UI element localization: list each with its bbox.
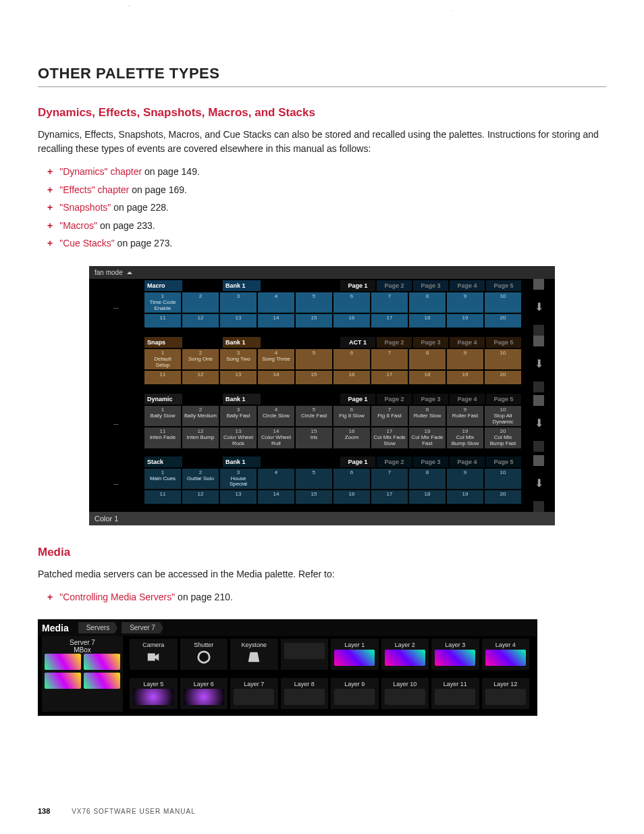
media-slot[interactable]: Layer 4	[482, 639, 530, 670]
palette-cell[interactable]: 19	[447, 314, 483, 328]
page-tab[interactable]: Page 1	[340, 280, 375, 291]
palette-cell[interactable]: 3Song Two	[220, 349, 257, 369]
media-slot[interactable]: Layer 12	[482, 678, 530, 709]
reference-link[interactable]: "Cue Stacks"	[59, 238, 115, 249]
palette-cell[interactable]: 7	[371, 349, 408, 369]
page-tab[interactable]: Page 5	[486, 337, 521, 348]
media-slot[interactable]: Layer 5	[130, 678, 178, 709]
palette-cell[interactable]: 8	[409, 349, 446, 369]
stop-icon[interactable]	[533, 382, 544, 392]
palette-cell[interactable]: 4Song Three	[258, 349, 294, 369]
bank-button[interactable]: Bank 1	[223, 394, 261, 405]
palette-cell[interactable]: 11	[144, 314, 181, 328]
down-arrow-icon[interactable]: ⬇	[535, 418, 543, 429]
page-tab[interactable]: Page 5	[486, 280, 521, 291]
bank-button[interactable]: Bank 1	[223, 337, 261, 348]
palette-title[interactable]: Macro	[144, 280, 182, 291]
page-tab[interactable]: Page 3	[413, 337, 448, 348]
palette-cell[interactable]: 18Col Mix Fade Fast	[409, 427, 446, 448]
palette-cell[interactable]: 15	[296, 371, 332, 384]
palette-cell[interactable]: 8Roller Slow	[409, 406, 446, 426]
page-tab[interactable]: Page 4	[450, 280, 485, 291]
media-slot[interactable]: Layer 8	[281, 678, 329, 709]
palette-cell[interactable]: 5	[296, 349, 332, 369]
page-tab[interactable]: Page 4	[450, 337, 485, 348]
palette-cell[interactable]: 1Main Cues	[144, 469, 181, 489]
palette-cell[interactable]: 11	[144, 371, 181, 384]
palette-cell[interactable]: 3House Special	[220, 469, 257, 489]
palette-cell[interactable]: 6	[333, 469, 370, 489]
palette-cell[interactable]: 2Song One	[182, 349, 219, 369]
palette-cell[interactable]: 14	[258, 314, 294, 328]
palette-cell[interactable]: 17Col Mix Fade Slow	[371, 427, 408, 448]
media-slot[interactable]: Layer 2	[381, 639, 429, 670]
palette-cell[interactable]: 10	[485, 349, 521, 369]
palette-cell[interactable]: 20	[485, 490, 521, 504]
palette-cell[interactable]: 4	[258, 469, 294, 489]
palette-cell[interactable]: 17	[371, 314, 408, 328]
stop-icon[interactable]	[533, 279, 544, 290]
palette-cell[interactable]: 10Stop All Dynamic	[485, 406, 521, 426]
palette-cell[interactable]: 16	[333, 490, 370, 504]
media-slot[interactable]: Shutter	[180, 639, 228, 670]
palette-cell[interactable]: 17	[371, 371, 408, 384]
media-slot[interactable]: Layer 6	[180, 678, 228, 709]
media-slot[interactable]	[281, 639, 329, 670]
palette-cell[interactable]: 6	[333, 292, 370, 313]
stop-icon[interactable]	[533, 395, 544, 406]
stop-icon[interactable]	[533, 336, 544, 346]
palette-cell[interactable]: 7	[371, 292, 408, 313]
page-tab[interactable]: Page 1	[340, 394, 375, 405]
palette-cell[interactable]: 18	[409, 314, 446, 328]
palette-cell[interactable]: 19	[447, 371, 483, 384]
page-tab[interactable]: Page 2	[377, 394, 412, 405]
palette-cell[interactable]: 3	[220, 292, 257, 313]
page-tab[interactable]: Page 1	[340, 457, 375, 467]
palette-cell[interactable]: 14Color Wheel Roll	[258, 427, 294, 448]
page-tab[interactable]: ACT 1	[340, 337, 375, 348]
bank-button[interactable]: Bank 1	[223, 280, 261, 291]
down-arrow-icon[interactable]: ⬇	[535, 302, 543, 313]
palette-cell[interactable]: 11Inten Fade	[144, 427, 181, 448]
palette-cell[interactable]: 5	[296, 292, 332, 313]
server-card[interactable]: Server 7 MBox	[42, 636, 123, 712]
palette-title[interactable]: Stack	[144, 457, 182, 467]
palette-cell[interactable]: 2Guitar Solo	[182, 469, 219, 489]
palette-cell[interactable]: 1Time Code Enable	[144, 292, 181, 313]
palette-cell[interactable]: 4Circle Slow	[258, 406, 294, 426]
media-slot[interactable]: Layer 7	[230, 678, 278, 709]
media-slot[interactable]: Keystone	[230, 639, 278, 670]
palette-title[interactable]: Snaps	[144, 337, 182, 348]
media-slot[interactable]: Camera	[130, 639, 178, 670]
reference-link[interactable]: "Macros"	[59, 220, 97, 231]
palette-cell[interactable]: 18	[409, 371, 446, 384]
palette-cell[interactable]: 16	[333, 314, 370, 328]
palette-cell[interactable]: 10	[485, 292, 521, 313]
page-tab[interactable]: Page 3	[413, 394, 448, 405]
palette-cell[interactable]: 12	[182, 490, 219, 504]
page-tab[interactable]: Page 3	[413, 457, 448, 467]
stop-icon[interactable]	[533, 455, 544, 466]
palette-cell[interactable]: 9	[447, 292, 483, 313]
palette-cell[interactable]: 15Iris	[296, 427, 332, 448]
palette-cell[interactable]: 13	[220, 314, 257, 328]
page-tab[interactable]: Page 3	[413, 280, 448, 291]
palette-cell[interactable]: 17	[371, 490, 408, 504]
breadcrumb[interactable]: Server 7	[122, 622, 163, 633]
bank-button[interactable]: Bank 1	[223, 457, 261, 467]
reference-link[interactable]: "Dynamics" chapter	[59, 166, 142, 177]
palette-cell[interactable]: 4	[258, 292, 294, 313]
palette-cell[interactable]: 12	[182, 371, 219, 384]
palette-cell[interactable]: 20	[485, 371, 521, 384]
stop-icon[interactable]	[533, 325, 544, 336]
palette-cell[interactable]: 2Bally Medium	[182, 406, 219, 426]
palette-cell[interactable]: 10	[485, 469, 521, 489]
media-servers-link[interactable]: "Controlling Media Servers"	[59, 592, 175, 602]
page-tab[interactable]: Page 5	[486, 457, 521, 467]
palette-cell[interactable]: 13Color Wheel Rock	[220, 427, 257, 448]
page-tab[interactable]: Page 2	[377, 457, 412, 467]
palette-cell[interactable]: 8	[409, 292, 446, 313]
palette-cell[interactable]: 13	[220, 371, 257, 384]
palette-cell[interactable]: 9	[447, 469, 483, 489]
palette-cell[interactable]: 2	[182, 292, 219, 313]
